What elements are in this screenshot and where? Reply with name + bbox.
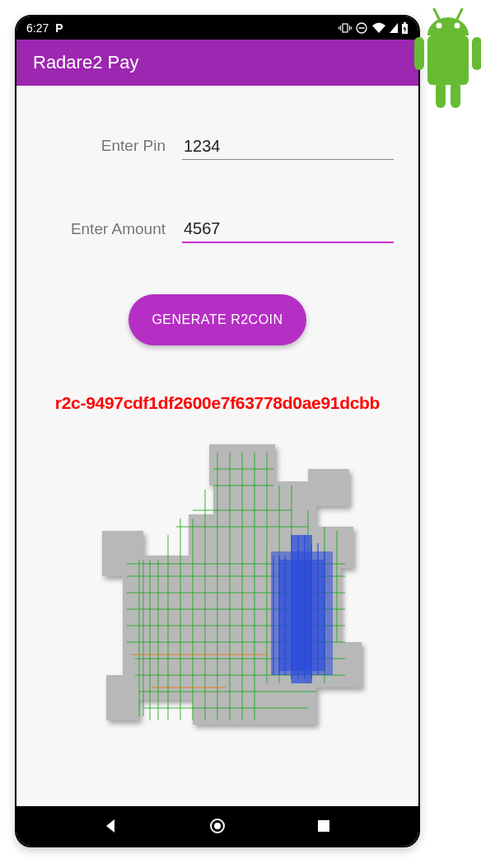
generate-button[interactable]: GENERATE R2COIN xyxy=(128,294,306,345)
svg-point-1 xyxy=(437,23,442,29)
android-mascot-icon xyxy=(411,0,481,128)
nav-home-button[interactable] xyxy=(206,814,229,838)
svg-point-2 xyxy=(455,23,460,29)
pin-label: Enter Pin xyxy=(41,137,166,160)
battery-icon xyxy=(401,22,409,35)
svg-rect-7 xyxy=(436,82,446,108)
status-app-icon: P xyxy=(55,21,63,35)
app-bar: Radare2 Pay xyxy=(16,40,418,86)
phone-frame: 6:27 P Radare2 Pay Enter Pin Enter Amoun… xyxy=(15,15,420,847)
amount-label: Enter Amount xyxy=(41,220,166,243)
svg-rect-5 xyxy=(414,37,424,70)
pin-input[interactable] xyxy=(182,134,394,160)
svg-line-4 xyxy=(457,9,462,19)
svg-rect-52 xyxy=(292,535,312,683)
svg-rect-8 xyxy=(451,82,460,108)
vibrate-icon xyxy=(339,21,352,35)
dnd-icon xyxy=(355,21,368,35)
svg-rect-66 xyxy=(318,820,329,832)
amount-row: Enter Amount xyxy=(41,216,394,243)
status-bar: 6:27 P xyxy=(16,16,418,40)
wifi-icon xyxy=(371,22,386,34)
signal-icon xyxy=(390,22,398,34)
result-code: r2c-9497cdf1df2600e7f63778d0ae91dcbb xyxy=(55,393,380,413)
nav-recent-button[interactable] xyxy=(312,814,335,838)
main-content: Enter Pin Enter Amount GENERATE R2COIN r… xyxy=(16,86,418,806)
status-time: 6:27 xyxy=(26,21,49,35)
nav-back-button[interactable] xyxy=(100,814,123,838)
svg-line-3 xyxy=(434,9,439,19)
svg-rect-17 xyxy=(404,22,406,24)
svg-rect-6 xyxy=(472,37,481,70)
svg-rect-0 xyxy=(427,35,469,85)
qr-code-image xyxy=(61,436,374,749)
svg-point-65 xyxy=(214,823,221,829)
amount-input[interactable] xyxy=(182,216,394,243)
svg-rect-9 xyxy=(343,24,348,32)
navigation-bar xyxy=(16,806,418,846)
status-icons-right xyxy=(339,21,409,35)
app-title: Radare2 Pay xyxy=(33,52,138,73)
pin-row: Enter Pin xyxy=(41,134,394,160)
